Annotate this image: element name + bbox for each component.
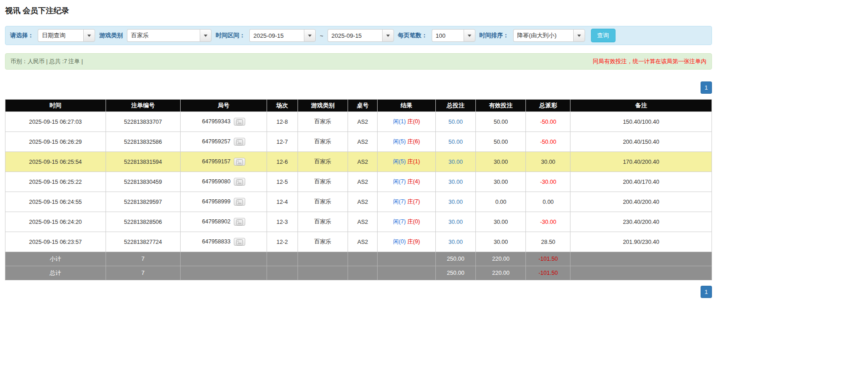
table-row[interactable]: 2025-09-15 06:25:54522813831594647959157… — [5, 152, 712, 172]
table-row[interactable]: 2025-09-15 06:25:22522813830459647959080… — [5, 172, 712, 192]
table-row[interactable]: 2025-09-15 06:26:29522813832586647959257… — [5, 132, 712, 152]
total-bet-link[interactable]: 30.00 — [449, 219, 463, 225]
total-bet-link[interactable]: 30.00 — [449, 239, 463, 245]
grand-total-total-bet: 250.00 — [435, 266, 476, 280]
game-type-input[interactable] — [127, 29, 200, 42]
pagination-bottom: 1 — [5, 286, 712, 298]
page-number-button[interactable]: 1 — [701, 81, 712, 94]
cell-round-id: 647959257 — [181, 132, 267, 152]
cell-time: 2025-09-15 06:24:20 — [5, 212, 106, 232]
empty-cell — [267, 252, 298, 266]
total-bet-link[interactable]: 50.00 — [449, 119, 463, 125]
round-media-button[interactable] — [234, 218, 245, 226]
filter-bar: 请选择： 游戏类别 时间区间： ~ 每页笔数： 时间排序： — [5, 26, 712, 45]
result-player: 闲(7) — [393, 178, 406, 185]
cell-note: 150.40/100.40 — [570, 112, 712, 132]
empty-cell — [298, 266, 348, 280]
cell-note: 230.40/200.40 — [570, 212, 712, 232]
date-from-combobox — [249, 29, 316, 42]
date-to-combobox — [328, 29, 394, 42]
cell-time: 2025-09-15 06:25:22 — [5, 172, 106, 192]
col-header-payout: 总派彩 — [526, 100, 570, 112]
cell-session: 12-4 — [267, 192, 298, 212]
result-banker: 庄(6) — [407, 138, 420, 145]
cell-result: 闲(1) 庄(0) — [378, 112, 435, 132]
round-id-text: 647958833 — [202, 238, 231, 245]
col-header-bet-id: 注单编号 — [106, 100, 181, 112]
select-type-input[interactable] — [38, 29, 83, 42]
cell-result: 闲(7) 庄(7) — [378, 192, 435, 212]
page-size-input[interactable] — [432, 29, 464, 42]
grand-total-row: 总计 7 250.00 220.00 -101.50 — [5, 266, 712, 280]
cell-bet-id: 522813832586 — [106, 132, 181, 152]
cell-payout: 0.00 — [526, 192, 570, 212]
subtotal-count: 7 — [106, 252, 181, 266]
time-sort-combobox — [513, 29, 585, 42]
cell-bet-id: 522813827724 — [106, 232, 181, 252]
col-header-game-type: 游戏类别 — [298, 100, 348, 112]
date-to-dropdown-button[interactable] — [382, 29, 394, 42]
table-row[interactable]: 2025-09-15 06:24:20522813828506647958902… — [5, 212, 712, 232]
round-id-text: 647958999 — [202, 198, 231, 205]
date-from-dropdown-button[interactable] — [304, 29, 316, 42]
table-row[interactable]: 2025-09-15 06:27:03522813833707647959343… — [5, 112, 712, 132]
grand-total-label: 总计 — [5, 266, 106, 280]
round-media-button[interactable] — [234, 118, 245, 126]
page-size-dropdown-button[interactable] — [464, 29, 475, 42]
date-to-input[interactable] — [328, 29, 382, 42]
cell-total-bet: 50.00 — [435, 132, 476, 152]
photo-icon — [236, 179, 243, 185]
cell-valid-bet: 0.00 — [476, 192, 526, 212]
round-media-button[interactable] — [234, 198, 245, 206]
round-media-button[interactable] — [234, 138, 245, 146]
grand-total-count: 7 — [106, 266, 181, 280]
page-container: 视讯 会员下注纪录 请选择： 游戏类别 时间区间： ~ 每页笔数： 时间排序： — [5, 0, 712, 298]
total-bet-link[interactable]: 50.00 — [449, 139, 463, 145]
round-media-button[interactable] — [234, 178, 245, 186]
total-bet-link[interactable]: 30.00 — [449, 199, 463, 205]
chevron-down-icon — [87, 35, 91, 37]
empty-cell — [570, 252, 712, 266]
empty-cell — [570, 266, 712, 280]
photo-icon — [236, 239, 243, 245]
cell-payout: -30.00 — [526, 212, 570, 232]
cell-session: 12-6 — [267, 152, 298, 172]
time-sort-dropdown-button[interactable] — [573, 29, 585, 42]
table-row[interactable]: 2025-09-15 06:23:57522813827724647958833… — [5, 232, 712, 252]
cell-valid-bet: 30.00 — [476, 212, 526, 232]
empty-cell — [378, 266, 435, 280]
result-player: 闲(5) — [393, 138, 406, 145]
result-player: 闲(7) — [393, 218, 406, 225]
select-type-combobox — [38, 29, 95, 42]
cell-table-no: AS2 — [348, 212, 378, 232]
round-media-button[interactable] — [234, 238, 245, 246]
total-bet-link[interactable]: 30.00 — [449, 179, 463, 185]
cell-time: 2025-09-15 06:26:29 — [5, 132, 106, 152]
col-header-session: 场次 — [267, 100, 298, 112]
cell-session: 12-8 — [267, 112, 298, 132]
chevron-down-icon — [386, 35, 390, 37]
total-bet-link[interactable]: 30.00 — [449, 159, 463, 165]
col-header-note: 备注 — [570, 100, 712, 112]
select-type-dropdown-button[interactable] — [83, 29, 95, 42]
search-button[interactable]: 查询 — [591, 29, 616, 42]
cell-table-no: AS2 — [348, 152, 378, 172]
date-range-separator: ~ — [320, 32, 323, 39]
game-type-dropdown-button[interactable] — [200, 29, 212, 42]
date-from-input[interactable] — [249, 29, 304, 42]
cell-note: 201.90/230.40 — [570, 232, 712, 252]
cell-valid-bet: 50.00 — [476, 112, 526, 132]
bet-records-table: 时间注单编号局号场次游戏类别桌号结果总投注有效投注总派彩备注 2025-09-1… — [5, 99, 712, 280]
cell-total-bet: 30.00 — [435, 172, 476, 192]
round-media-button[interactable] — [234, 158, 245, 166]
page-number-button[interactable]: 1 — [701, 286, 712, 298]
round-id-text: 647959157 — [202, 158, 231, 165]
game-type-combobox — [127, 29, 212, 42]
col-header-total-bet: 总投注 — [435, 100, 476, 112]
cell-total-bet: 30.00 — [435, 192, 476, 212]
time-sort-input[interactable] — [513, 29, 573, 42]
table-row[interactable]: 2025-09-15 06:24:55522813829597647958999… — [5, 192, 712, 212]
subtotal-total-bet: 250.00 — [435, 252, 476, 266]
round-id-text: 647959257 — [202, 138, 231, 145]
time-range-label: 时间区间： — [216, 31, 245, 40]
